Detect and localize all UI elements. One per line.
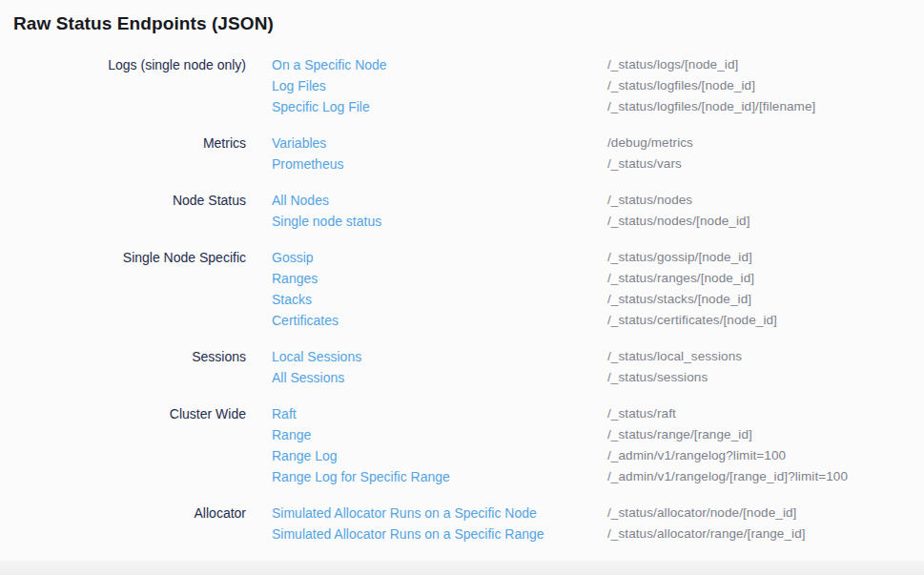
endpoint-row: Raft /_status/raft (272, 403, 924, 424)
endpoint-group: Sessions Local Sessions /_status/local_s… (13, 346, 924, 388)
group-entries: On a Specific Node /_status/logs/[node_i… (272, 54, 924, 117)
endpoint-row: Stacks /_status/stacks/[node_id] (272, 289, 924, 310)
endpoint-link[interactable]: Simulated Allocator Runs on a Specific R… (272, 524, 607, 544)
endpoint-link[interactable]: Stacks (272, 289, 607, 310)
endpoint-path: /_status/allocator/range/[range_id] (607, 524, 806, 544)
endpoint-link[interactable]: Ranges (272, 268, 607, 289)
endpoint-link[interactable]: Specific Log File (272, 96, 607, 117)
group-entries: Raft /_status/raft Range /_status/range/… (272, 403, 924, 487)
endpoint-path: /_status/sessions (607, 367, 708, 388)
endpoint-link[interactable]: Certificates (272, 310, 607, 331)
footer-strip (0, 561, 924, 575)
group-category-label: Allocator (13, 503, 246, 524)
endpoint-group: Node Status All Nodes /_status/nodes Sin… (13, 190, 924, 232)
endpoint-link[interactable]: Range Log for Specific Range (272, 466, 607, 487)
endpoint-group: Allocator Simulated Allocator Runs on a … (13, 503, 924, 544)
endpoint-path: /_status/range/[range_id] (607, 424, 752, 445)
endpoint-path: /_status/raft (607, 403, 676, 424)
group-category-label: Logs (single node only) (13, 54, 246, 75)
endpoint-link[interactable]: Single node status (272, 211, 607, 232)
endpoint-path: /_status/local_sessions (607, 346, 742, 367)
endpoint-row: Range Log for Specific Range /_admin/v1/… (272, 466, 924, 487)
group-category-label: Metrics (13, 133, 246, 154)
page-title: Raw Status Endpoints (JSON) (13, 13, 924, 34)
endpoint-link[interactable]: Local Sessions (272, 346, 607, 367)
group-entries: All Nodes /_status/nodes Single node sta… (272, 190, 924, 232)
group-entries: Gossip /_status/gossip/[node_id] Ranges … (272, 247, 924, 331)
endpoint-row: Simulated Allocator Runs on a Specific N… (272, 503, 924, 524)
endpoint-link[interactable]: Gossip (272, 247, 607, 268)
endpoint-link[interactable]: Variables (272, 133, 607, 154)
endpoint-link[interactable]: Range Log (272, 445, 607, 466)
endpoint-group: Single Node Specific Gossip /_status/gos… (13, 247, 924, 331)
endpoint-row: Variables /debug/metrics (272, 133, 924, 154)
group-category-label: Single Node Specific (13, 247, 246, 268)
endpoint-row: Certificates /_status/certificates/[node… (272, 310, 924, 331)
group-entries: Simulated Allocator Runs on a Specific N… (272, 503, 924, 544)
endpoint-path: /_status/logfiles/[node_id]/[filename] (607, 96, 815, 117)
endpoint-path: /_status/logfiles/[node_id] (607, 75, 755, 96)
group-entries: Local Sessions /_status/local_sessions A… (272, 346, 924, 388)
endpoint-path: /_status/vars (607, 154, 682, 175)
endpoint-group: Logs (single node only) On a Specific No… (13, 54, 924, 117)
endpoint-path: /_status/logs/[node_id] (607, 54, 738, 75)
endpoint-link[interactable]: Log Files (272, 75, 607, 96)
endpoint-link[interactable]: All Nodes (272, 190, 607, 211)
endpoint-path: /_status/nodes/[node_id] (607, 211, 750, 232)
endpoint-group: Metrics Variables /debug/metrics Prometh… (13, 133, 924, 175)
endpoint-row: All Sessions /_status/sessions (272, 367, 924, 388)
endpoint-groups: Logs (single node only) On a Specific No… (13, 54, 924, 544)
endpoint-link[interactable]: Simulated Allocator Runs on a Specific N… (272, 503, 607, 524)
endpoint-link[interactable]: Raft (272, 403, 607, 424)
group-entries: Variables /debug/metrics Prometheus /_st… (272, 133, 924, 175)
endpoint-link[interactable]: Range (272, 424, 607, 445)
endpoint-path: /_status/ranges/[node_id] (607, 268, 754, 289)
endpoint-row: Range Log /_admin/v1/rangelog?limit=100 (272, 445, 924, 466)
endpoint-row: Prometheus /_status/vars (272, 154, 924, 175)
raw-status-endpoints-page: Raw Status Endpoints (JSON) Logs (single… (0, 0, 924, 544)
endpoint-row: Gossip /_status/gossip/[node_id] (272, 247, 924, 268)
endpoint-path: /_status/nodes (607, 190, 692, 211)
endpoint-path: /_status/certificates/[node_id] (607, 310, 777, 331)
endpoint-group: Cluster Wide Raft /_status/raft Range /_… (13, 403, 924, 487)
group-category-label: Node Status (13, 190, 246, 211)
endpoint-row: Simulated Allocator Runs on a Specific R… (272, 524, 924, 544)
endpoint-link[interactable]: On a Specific Node (272, 54, 607, 75)
endpoint-path: /_admin/v1/rangelog/[range_id]?limit=100 (607, 466, 848, 487)
endpoint-path: /_status/gossip/[node_id] (607, 247, 752, 268)
endpoint-row: Local Sessions /_status/local_sessions (272, 346, 924, 367)
endpoint-path: /_status/allocator/node/[node_id] (607, 503, 796, 524)
endpoint-row: Ranges /_status/ranges/[node_id] (272, 268, 924, 289)
endpoint-path: /_admin/v1/rangelog?limit=100 (607, 445, 786, 466)
group-category-label: Cluster Wide (13, 403, 246, 424)
endpoint-row: Range /_status/range/[range_id] (272, 424, 924, 445)
endpoint-row: Log Files /_status/logfiles/[node_id] (272, 75, 924, 96)
endpoint-row: Single node status /_status/nodes/[node_… (272, 211, 924, 232)
endpoint-row: On a Specific Node /_status/logs/[node_i… (272, 54, 924, 75)
endpoint-row: All Nodes /_status/nodes (272, 190, 924, 211)
endpoint-link[interactable]: Prometheus (272, 154, 607, 175)
endpoint-row: Specific Log File /_status/logfiles/[nod… (272, 96, 924, 117)
group-category-label: Sessions (13, 346, 246, 367)
endpoint-path: /_status/stacks/[node_id] (607, 289, 751, 310)
endpoint-path: /debug/metrics (607, 133, 693, 154)
endpoint-link[interactable]: All Sessions (272, 367, 607, 388)
